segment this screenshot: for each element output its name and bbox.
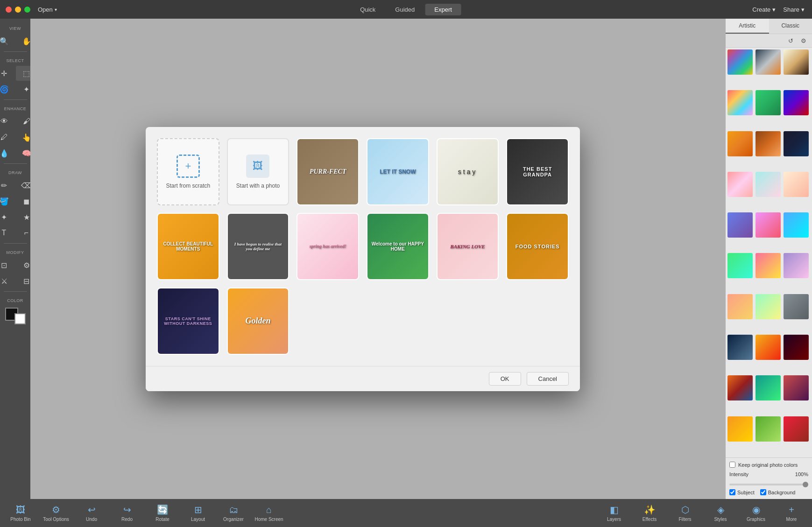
artwork-item[interactable] — [727, 49, 753, 75]
styles-label: Styles — [714, 517, 727, 522]
artwork-item[interactable] — [756, 335, 781, 360]
minimize-button[interactable] — [15, 7, 21, 13]
artwork-item[interactable] — [756, 131, 781, 156]
open-button[interactable]: Open ▾ — [38, 6, 57, 13]
template-snow[interactable]: LET IT SNOW — [367, 138, 429, 205]
tab-classic[interactable]: Classic — [769, 19, 812, 34]
artwork-grid[interactable] — [726, 48, 812, 457]
artwork-item[interactable] — [784, 416, 809, 442]
main-layout: VIEW 🔍 ✋ SELECT ✛ ⬚ 🌀 ✦ ENHANCE 👁 🖌 🖊 👆 … — [0, 19, 812, 499]
template-yellow-image: COLLECT BEAUTIFUL MOMENTS — [158, 214, 219, 279]
rotate-icon: 🔄 — [157, 504, 169, 515]
subject-checkbox[interactable] — [729, 489, 735, 495]
artwork-item[interactable] — [784, 335, 809, 360]
tab-quick[interactable]: Quick — [351, 4, 385, 15]
undo-button[interactable]: ↩ Undo — [75, 501, 108, 525]
layout-icon: ⊞ — [194, 504, 202, 515]
redo-button[interactable]: ↪ Redo — [110, 501, 144, 525]
more-button[interactable]: + More — [775, 501, 808, 525]
tool-options-button[interactable]: ⚙ Tool Options — [39, 501, 73, 525]
artwork-item[interactable] — [727, 416, 753, 442]
photo-bin-icon: 🖼 — [16, 505, 25, 515]
background-checkbox[interactable] — [760, 489, 766, 495]
template-food[interactable]: FOOD STORIES — [506, 213, 569, 280]
artwork-item[interactable] — [784, 90, 809, 115]
artwork-item[interactable] — [756, 90, 781, 115]
template-golden[interactable]: Golden — [227, 288, 289, 355]
artwork-item[interactable] — [756, 416, 781, 442]
maximize-button[interactable] — [24, 7, 30, 13]
artwork-item[interactable] — [727, 294, 753, 319]
artwork-item[interactable] — [727, 172, 753, 197]
filters-label: Filters — [678, 517, 691, 522]
artwork-item[interactable] — [756, 375, 781, 401]
tool-options-icon: ⚙ — [52, 504, 60, 515]
ok-button[interactable]: OK — [489, 372, 521, 386]
template-spring[interactable]: spring has arrived! — [297, 213, 359, 280]
template-cat[interactable]: PURR-FECT — [297, 138, 359, 205]
artwork-item[interactable] — [756, 49, 781, 75]
intensity-slider[interactable] — [729, 484, 808, 485]
layers-icon: ◧ — [610, 504, 619, 515]
template-photo[interactable]: 🖼 Start with a photo — [227, 138, 289, 205]
template-dog[interactable]: stay — [437, 138, 499, 205]
template-cake[interactable]: BAKING LOVE — [437, 213, 499, 280]
layers-button[interactable]: ◧ Layers — [597, 501, 631, 525]
artwork-item[interactable] — [727, 375, 753, 401]
artwork-item[interactable] — [784, 294, 809, 319]
template-cat-image: PURR-FECT — [297, 139, 358, 204]
template-snow-image: LET IT SNOW — [367, 139, 428, 204]
artwork-item[interactable] — [784, 172, 809, 197]
layout-button[interactable]: ⊞ Layout — [181, 501, 215, 525]
tab-expert[interactable]: Expert — [425, 4, 461, 15]
settings-icon[interactable]: ⚙ — [799, 36, 808, 45]
redo-icon: ↪ — [123, 504, 131, 515]
artwork-item[interactable] — [727, 212, 753, 238]
titlebar: Open ▾ Quick Guided Expert Create ▾ Shar… — [0, 0, 812, 19]
styles-button[interactable]: ◈ Styles — [704, 501, 737, 525]
artwork-item[interactable] — [756, 212, 781, 238]
layers-label: Layers — [607, 517, 621, 522]
keep-original-colors-row: Keep original photo colors — [729, 462, 808, 468]
effects-icon: ✨ — [644, 504, 656, 515]
template-scratch[interactable]: + Start from scratch — [157, 138, 219, 205]
create-button[interactable]: Create ▾ — [752, 6, 776, 13]
keep-colors-checkbox[interactable] — [729, 462, 735, 468]
share-chevron-icon: ▾ — [801, 6, 805, 13]
close-button[interactable] — [6, 7, 12, 13]
titlebar-actions: Create ▾ Share ▾ — [752, 6, 805, 13]
template-yellow[interactable]: COLLECT BEAUTIFUL MOMENTS — [157, 213, 219, 280]
artwork-item[interactable] — [727, 253, 753, 278]
organizer-button[interactable]: 🗂 Organizer — [217, 501, 250, 525]
artwork-item[interactable] — [784, 375, 809, 401]
artwork-item[interactable] — [727, 90, 753, 115]
cancel-button[interactable]: Cancel — [527, 372, 569, 386]
rotate-button[interactable]: 🔄 Rotate — [146, 501, 179, 525]
artwork-item[interactable] — [756, 294, 781, 319]
template-stars[interactable]: STARS CAN'T SHINE WITHOUT DARKNESS — [157, 288, 219, 355]
artwork-item[interactable] — [784, 212, 809, 238]
artwork-item[interactable] — [784, 131, 809, 156]
artwork-item[interactable] — [756, 253, 781, 278]
dialog-scroll-area[interactable]: + Start from scratch 🖼 Start with a phot… — [146, 127, 580, 366]
artwork-item[interactable] — [784, 49, 809, 75]
artwork-item[interactable] — [727, 131, 753, 156]
tab-artistic[interactable]: Artistic — [726, 19, 769, 34]
share-button[interactable]: Share ▾ — [783, 6, 805, 13]
artwork-item[interactable] — [784, 253, 809, 278]
graphics-label: Graphics — [747, 517, 765, 522]
filters-button[interactable]: ⬡ Filters — [668, 501, 702, 525]
photo-label: Start with a photo — [236, 183, 280, 189]
graphics-button[interactable]: ◉ Graphics — [739, 501, 773, 525]
artwork-item[interactable] — [727, 335, 753, 360]
refresh-icon[interactable]: ↺ — [786, 36, 795, 45]
template-couple[interactable]: I have begun to realise that you define … — [227, 213, 289, 280]
template-tropical[interactable]: Welcome to our HAPPY HOME — [367, 213, 429, 280]
effects-button[interactable]: ✨ Effects — [633, 501, 666, 525]
more-label: More — [786, 517, 797, 522]
tab-guided[interactable]: Guided — [386, 4, 424, 15]
home-screen-button[interactable]: ⌂ Home Screen — [252, 501, 286, 525]
template-grandpa[interactable]: THE BEST GRANDPA — [506, 138, 569, 205]
artwork-item[interactable] — [756, 172, 781, 197]
photo-bin-button[interactable]: 🖼 Photo Bin — [4, 501, 37, 525]
